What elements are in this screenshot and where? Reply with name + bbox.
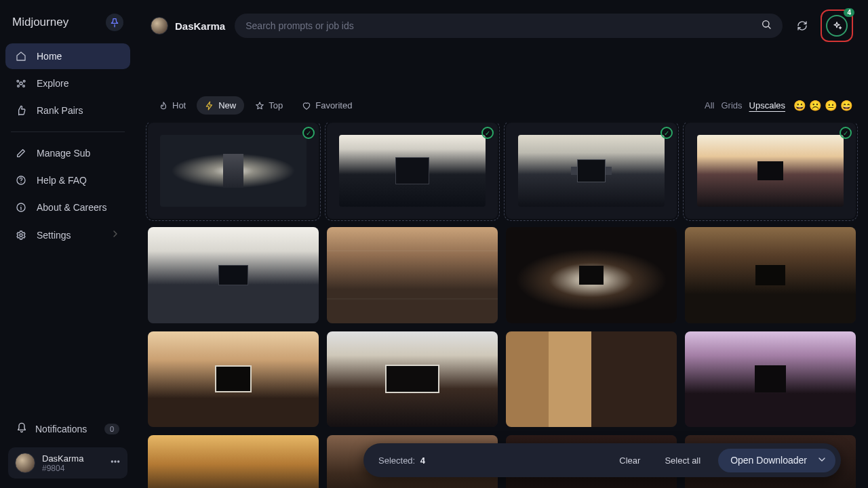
image-cell[interactable] (506, 227, 677, 323)
pin-sidebar-button[interactable] (106, 14, 123, 31)
view-grids[interactable]: Grids (721, 100, 742, 110)
more-icon (110, 456, 121, 467)
explore-icon (15, 77, 27, 89)
view-upscales[interactable]: Upscales (749, 100, 785, 110)
nav-secondary: Manage Sub Help & FAQ About & Careers Se… (5, 140, 130, 248)
top-user[interactable]: DasKarma (151, 17, 225, 35)
view-all[interactable]: All (705, 100, 714, 110)
emoji-filter-1[interactable]: 😀 (793, 100, 806, 112)
svg-point-0 (20, 82, 22, 85)
edit-icon (15, 147, 27, 159)
selected-label: Selected: 4 (378, 455, 425, 466)
check-icon: ✓ (660, 127, 673, 139)
svg-point-10 (118, 461, 119, 462)
notifications-count: 0 (104, 424, 119, 434)
brand-title: Midjourney (12, 16, 68, 29)
user-more-button[interactable] (110, 456, 121, 470)
star-icon (255, 101, 264, 110)
help-icon (15, 174, 27, 186)
pin-icon (109, 17, 120, 28)
check-icon: ✓ (481, 127, 494, 139)
rating-emoji-filters: 😀 ☹️ 😐 😄 (793, 100, 853, 112)
svg-point-8 (111, 461, 113, 462)
nav-about[interactable]: About & Careers (5, 195, 130, 220)
nav-manage-sub[interactable]: Manage Sub (5, 140, 130, 166)
nav-home[interactable]: Home (5, 43, 130, 69)
open-downloader-label: Open Downloader (730, 455, 807, 466)
chevron-right-icon (110, 228, 121, 241)
notifications-button[interactable]: Notifications 0 (8, 417, 127, 441)
nav-about-label: About & Careers (37, 202, 107, 213)
sidebar: Midjourney Home Explore Rank Pairs Manag… (0, 0, 136, 488)
nav-settings-label: Settings (37, 230, 71, 241)
tab-new[interactable]: New (197, 96, 244, 115)
nav-explore[interactable]: Explore (5, 70, 130, 96)
nav-home-label: Home (37, 51, 62, 62)
selected-count: 4 (420, 455, 425, 466)
emoji-filter-3[interactable]: 😐 (825, 100, 837, 112)
search-icon[interactable] (761, 19, 772, 33)
svg-point-2 (23, 80, 25, 82)
svg-point-4 (23, 85, 25, 87)
svg-point-9 (115, 461, 116, 462)
tab-favorited[interactable]: Favorited (294, 96, 360, 115)
image-cell[interactable] (148, 435, 319, 488)
generation-queue-button[interactable]: 4 (821, 9, 853, 42)
emoji-filter-4[interactable]: 😄 (840, 100, 853, 112)
selection-action-bar: Selected: 4 Clear Select all Open Downlo… (363, 443, 841, 477)
fire-icon (159, 101, 168, 110)
image-cell[interactable] (327, 227, 498, 323)
nav-help-label: Help & FAQ (37, 175, 87, 186)
image-cell[interactable] (685, 227, 856, 323)
search-bar[interactable] (235, 14, 783, 38)
user-tag: #9804 (42, 464, 83, 473)
heart-icon (302, 101, 311, 110)
view-tabs: All Grids Upscales (705, 100, 785, 110)
gallery[interactable]: ✓ ✓ ✓ ✓ (136, 123, 868, 488)
open-downloader-button[interactable]: Open Downloader (718, 449, 835, 472)
topbar: DasKarma 4 (136, 0, 868, 49)
nav-settings[interactable]: Settings (5, 222, 130, 248)
nav-manage-sub-label: Manage Sub (37, 148, 90, 159)
image-cell[interactable]: ✓ (327, 123, 498, 219)
sparkle-icon (831, 20, 842, 31)
image-cell[interactable] (148, 331, 319, 428)
user-name: DasKarma (42, 453, 83, 464)
tab-hot-label: Hot (172, 100, 186, 110)
top-username: DasKarma (175, 20, 225, 32)
tab-top-label: Top (269, 100, 283, 110)
main: DasKarma 4 Hot New (136, 0, 868, 488)
tab-top[interactable]: Top (247, 96, 291, 115)
search-input[interactable] (245, 20, 754, 31)
svg-point-3 (18, 85, 20, 87)
image-cell[interactable]: ✓ (506, 123, 677, 219)
select-all-button[interactable]: Select all (658, 451, 707, 470)
nav-help[interactable]: Help & FAQ (5, 167, 130, 193)
thumbs-up-icon (15, 104, 27, 117)
check-icon: ✓ (302, 127, 315, 139)
emoji-filter-2[interactable]: ☹️ (809, 100, 822, 112)
bell-icon (16, 422, 27, 435)
nav-primary: Home Explore Rank Pairs (5, 43, 130, 123)
image-cell[interactable]: ✓ (685, 123, 856, 219)
image-cell[interactable] (685, 331, 856, 428)
chevron-down-icon (816, 454, 827, 467)
image-cell[interactable] (506, 331, 677, 428)
nav-explore-label: Explore (37, 78, 68, 89)
image-cell[interactable]: ✓ (148, 123, 319, 219)
image-cell[interactable] (327, 331, 498, 428)
tab-hot[interactable]: Hot (151, 96, 194, 115)
notifications-label: Notifications (35, 424, 87, 434)
home-icon (15, 50, 27, 62)
clear-selection-button[interactable]: Clear (612, 451, 647, 470)
nav-rank[interactable]: Rank Pairs (5, 98, 130, 123)
user-card[interactable]: DasKarma #9804 (8, 447, 127, 479)
image-cell[interactable] (148, 227, 319, 323)
svg-point-7 (20, 234, 22, 237)
filter-row: Hot New Top Favorited All Grids Upscales (136, 49, 868, 123)
check-icon: ✓ (840, 127, 852, 139)
refresh-button[interactable] (792, 16, 812, 36)
avatar (151, 17, 168, 35)
svg-point-11 (763, 21, 769, 27)
avatar (15, 453, 35, 473)
